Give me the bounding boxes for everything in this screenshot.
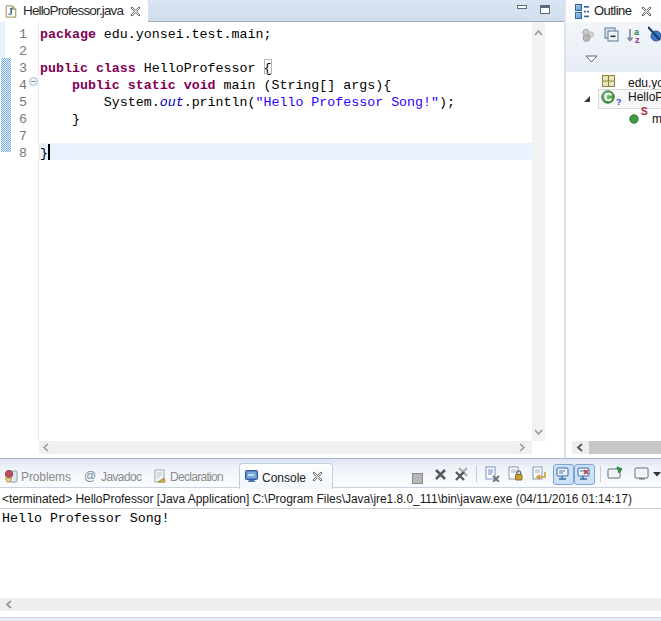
svg-text:J: J — [8, 7, 13, 17]
svg-text:z: z — [635, 35, 640, 44]
svg-text:C: C — [604, 91, 612, 103]
